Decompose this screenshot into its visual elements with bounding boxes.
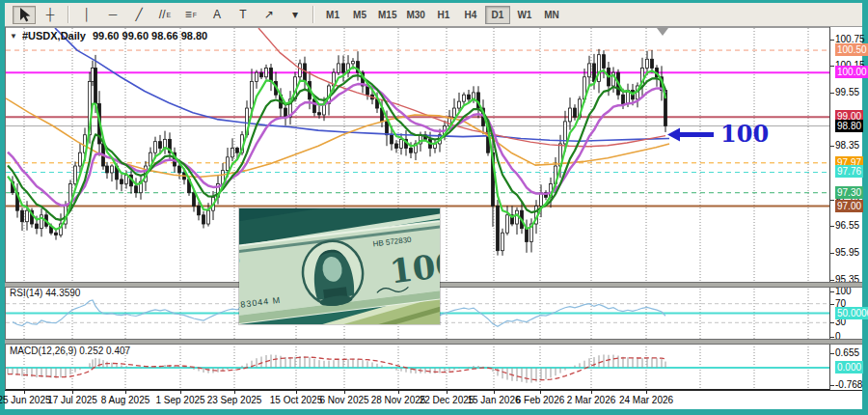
axis-tick <box>830 40 834 41</box>
price-tick-95.95: 95.95 <box>835 247 859 258</box>
cursor-tool-icon[interactable] <box>13 6 36 24</box>
axis-tick <box>830 304 834 305</box>
timeframe-h1[interactable]: H1 <box>431 6 456 24</box>
pane-separator-macd[interactable] <box>5 339 862 345</box>
timeframe-m15[interactable]: M15 <box>374 6 400 24</box>
time-label: 22 Dec 2025 <box>420 395 475 405</box>
timeframe-m30[interactable]: M30 <box>402 6 428 24</box>
terminal-frame: ┼│─╱//E≡FAT↗▾M1M5M15M30H1H4D1W1MN 100.75… <box>0 0 868 415</box>
price-badge-97.00: 97.00 <box>835 200 863 212</box>
down-triangle-marker[interactable] <box>657 28 668 36</box>
toolbar-separator <box>312 6 314 23</box>
timeframe-d1[interactable]: D1 <box>485 6 510 24</box>
left-arrow-icon <box>667 127 714 142</box>
time-label: 15 Oct 2025 <box>270 395 322 405</box>
time-label: 15 Jan 2026 <box>467 395 520 405</box>
price-badge-97.76: 97.76 <box>835 165 863 178</box>
bill-denomination: 100 <box>388 244 440 290</box>
time-tick <box>72 391 73 394</box>
price-badge-100.50: 100.50 <box>835 43 868 56</box>
toolbar-separator <box>68 6 69 23</box>
rsi-label: RSI(14) 44.3590 <box>10 288 80 298</box>
axis-tick <box>830 322 834 323</box>
time-tick <box>344 391 345 394</box>
ohlc-values: 99.60 99.60 98.66 98.80 <box>93 30 207 42</box>
time-label: 17 Jul 2025 <box>47 395 97 405</box>
axis-tick <box>830 385 834 386</box>
axis-tick <box>830 337 834 338</box>
axis-tick <box>830 291 834 292</box>
price-annotation: 100 <box>667 122 769 147</box>
fibonacci-tool-icon[interactable]: ≡F <box>179 6 203 24</box>
time-label: 6 Nov 2025 <box>319 395 368 405</box>
time-label: 8 Aug 2025 <box>101 395 150 405</box>
time-tick <box>447 391 448 394</box>
time-tick <box>646 391 647 394</box>
price-tick-99.55: 99.55 <box>835 87 859 97</box>
time-label: 1 Sep 2025 <box>155 395 204 405</box>
time-tick <box>24 391 25 394</box>
time-tick <box>125 391 126 394</box>
axis-divider <box>829 27 830 390</box>
time-label: 25 Jun 2025 <box>0 395 51 405</box>
macd-label: MACD(12,26,9) 0.252 0.407 <box>10 346 130 356</box>
toolbar: ┼│─╱//E≡FAT↗▾M1M5M15M30H1H4D1W1MN <box>5 3 862 27</box>
macd-badge: 0.000 <box>835 361 863 374</box>
dollar-bills-image: 100 7283044 M HB 572830 100 <box>239 208 440 324</box>
annotation-text: 100 <box>720 122 769 147</box>
time-tick <box>398 391 399 394</box>
time-label: 2 Mar 2026 <box>567 395 616 405</box>
chart-title: ▼ #USDX,Daily 99.60 99.60 98.66 98.80 <box>10 30 207 42</box>
timeframe-mn[interactable]: MN <box>539 6 564 24</box>
time-label: 28 Nov 2025 <box>371 395 426 405</box>
macd-tick-0.655: 0.655 <box>835 347 859 358</box>
axis-tick <box>830 280 834 281</box>
time-label: 23 Sep 2025 <box>207 395 262 405</box>
axis-tick <box>830 353 834 354</box>
time-tick <box>296 391 297 394</box>
price-badge-100.00: 100.00 <box>835 66 868 78</box>
chart-dropdown-icon[interactable]: ▼ <box>10 32 17 41</box>
text-label-tool-icon[interactable]: T <box>231 6 255 24</box>
timeframe-w1[interactable]: W1 <box>512 6 537 24</box>
timeframe-m5[interactable]: M5 <box>347 6 372 24</box>
crosshair-tool-icon[interactable]: ┼ <box>39 6 62 24</box>
time-tick <box>591 391 592 394</box>
price-badge-98.80: 98.80 <box>835 120 863 132</box>
arrows-tool-icon[interactable]: ↗ <box>258 6 281 24</box>
timeframe-m1[interactable]: M1 <box>320 6 345 24</box>
axis-tick <box>830 146 834 147</box>
axis-tick <box>830 93 834 94</box>
axis-tick <box>830 226 834 227</box>
text-tool-icon[interactable]: A <box>205 6 229 24</box>
axis-tick <box>830 200 834 201</box>
timeframe-h4[interactable]: H4 <box>458 6 483 24</box>
equidistant-channel-tool-icon[interactable]: //E <box>153 6 176 24</box>
macd-pane[interactable] <box>6 354 829 382</box>
symbol-label: #USDX,Daily <box>22 30 86 42</box>
time-tick <box>540 391 541 394</box>
axis-tick <box>830 66 834 67</box>
macd-tick--0.768: -0.768 <box>835 379 862 390</box>
price-badge-97.30: 97.30 <box>835 186 863 199</box>
time-tick <box>494 391 495 394</box>
horizontal-line-tool-icon[interactable]: ─ <box>101 6 124 24</box>
time-tick <box>180 391 181 394</box>
price-tick-100.75: 100.75 <box>835 34 865 44</box>
dropdown-tool-icon[interactable]: ▾ <box>284 6 307 24</box>
trend-line-tool-icon[interactable]: ╱ <box>127 6 150 24</box>
axis-tick <box>830 253 834 254</box>
time-tick <box>234 391 235 394</box>
price-tick-98.35: 98.35 <box>835 140 859 151</box>
time-label: 24 Mar 2026 <box>619 395 673 405</box>
rsi-badge: 50.0000 <box>835 307 868 319</box>
ma-red <box>258 28 665 147</box>
price-tick-96.55: 96.55 <box>835 220 859 231</box>
vertical-line-tool-icon[interactable]: │ <box>75 6 98 24</box>
time-label: 6 Feb 2026 <box>516 395 565 405</box>
time-axis[interactable]: 25 Jun 202517 Jul 20258 Aug 20251 Sep 20… <box>5 390 862 409</box>
